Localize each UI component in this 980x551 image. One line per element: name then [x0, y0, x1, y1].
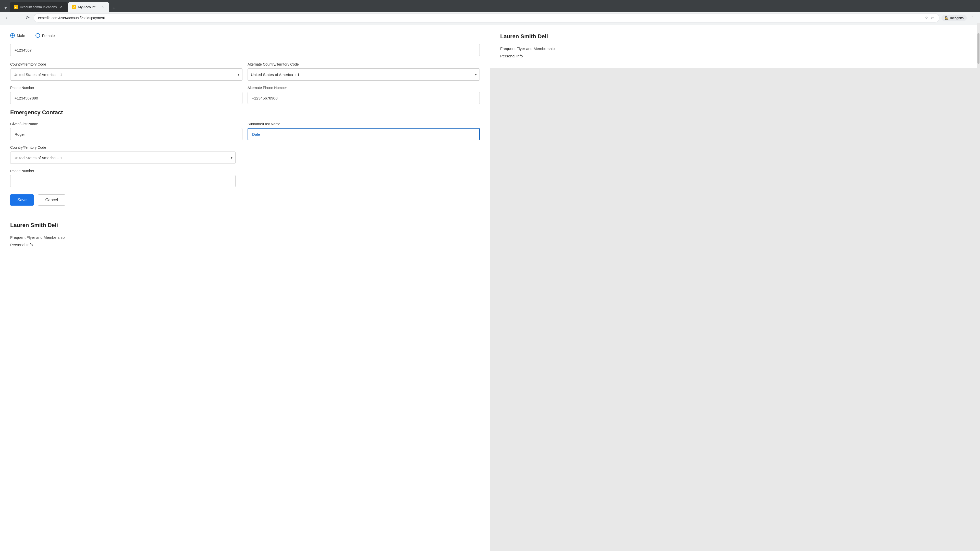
incognito-indicator: 🕵 Incognito: [942, 15, 967, 21]
alt-country-field-group: Alternate Country/Territory Code United …: [248, 62, 480, 81]
incognito-label: Incognito: [950, 16, 964, 20]
save-button[interactable]: Save: [10, 194, 34, 206]
phone-number-label: Phone Number: [10, 86, 242, 90]
surname-input[interactable]: [248, 128, 480, 140]
tab-account-communications[interactable]: Z Account communications ✕: [10, 2, 68, 12]
ec-phone-input[interactable]: [10, 175, 235, 187]
alt-phone-field-group: Alternate Phone Number: [248, 86, 480, 104]
phone-number-input[interactable]: [10, 92, 242, 104]
emergency-contact-heading: Emergency Contact: [10, 109, 480, 116]
name-row: Given/First Name Surname/Last Name: [10, 122, 480, 140]
form-button-row: Save Cancel: [10, 194, 480, 206]
new-tab-button[interactable]: +: [110, 5, 118, 12]
address-url: expedia.com/user/account/?selc=payment: [38, 16, 922, 20]
phone-number-row: Phone Number Alternate Phone Number: [10, 86, 480, 104]
alt-country-select-wrapper: United States of America + 1 ▾: [248, 68, 480, 81]
tab1-favicon: Z: [14, 5, 18, 9]
frequent-flyer-link-left[interactable]: Frequent Flyer and Membership: [10, 233, 480, 241]
frequent-flyer-link-right[interactable]: Frequent Flyer and Membership: [500, 45, 970, 52]
surname-label: Surname/Last Name: [248, 122, 480, 126]
tab2-label: My Account: [78, 5, 98, 9]
right-panel: Lauren Smith Deli Frequent Flyer and Mem…: [490, 25, 980, 551]
forward-button[interactable]: →: [13, 14, 21, 22]
browser-menu-button[interactable]: ⋮: [969, 14, 977, 22]
bottom-card-left-title: Lauren Smith Deli: [10, 222, 480, 229]
bottom-card-right-title: Lauren Smith Deli: [500, 33, 970, 40]
country-select-wrapper: United States of America + 1 ▾: [10, 68, 242, 81]
tab-bar: ▼ Z Account communications ✕ Z My Accoun…: [0, 0, 980, 12]
scrollbar[interactable]: [977, 23, 980, 551]
gender-female-option[interactable]: Female: [35, 33, 55, 38]
reload-button[interactable]: ⟳: [24, 14, 32, 22]
address-bar-row: ← → ⟳ expedia.com/user/account/?selc=pay…: [0, 12, 980, 25]
form-section: Male Female +1234567 Country/Territory C…: [0, 25, 490, 214]
personal-info-link-left[interactable]: Personal Info: [10, 241, 480, 248]
bottom-card-right: Lauren Smith Deli Frequent Flyer and Mem…: [490, 25, 980, 68]
tab1-close-button[interactable]: ✕: [59, 5, 64, 9]
given-name-input[interactable]: [10, 128, 242, 140]
partial-phone-display: +1234567: [10, 44, 480, 56]
alt-phone-number-input[interactable]: [248, 92, 480, 104]
bookmark-icon[interactable]: ☆: [924, 15, 929, 21]
tab2-favicon: Z: [72, 5, 76, 9]
tab2-close-button[interactable]: ✕: [100, 5, 105, 9]
surname-field-group: Surname/Last Name: [248, 122, 480, 140]
bottom-card-left: Lauren Smith Deli Frequent Flyer and Mem…: [0, 214, 490, 257]
ec-country-field-group: Country/Territory Code United States of …: [10, 145, 480, 164]
ec-country-select-wrapper: United States of America + 1 ▾: [10, 151, 235, 164]
browser-menu-icons: 🕵 Incognito ⋮: [942, 14, 977, 22]
ec-phone-field-group: Phone Number: [10, 169, 480, 187]
main-panel: Male Female +1234567 Country/Territory C…: [0, 25, 490, 551]
personal-info-link-right[interactable]: Personal Info: [500, 52, 970, 60]
female-radio-circle[interactable]: [35, 33, 40, 38]
given-name-field-group: Given/First Name: [10, 122, 242, 140]
tab-my-account[interactable]: Z My Account ✕: [68, 2, 109, 12]
alt-phone-number-label: Alternate Phone Number: [248, 86, 480, 90]
phone-field-group: Phone Number: [10, 86, 242, 104]
partial-phone-value: +1234567: [14, 48, 32, 52]
back-button[interactable]: ←: [3, 14, 11, 22]
gender-radio-row: Male Female: [10, 33, 480, 38]
male-radio-circle[interactable]: [10, 33, 15, 38]
alt-country-select[interactable]: United States of America + 1: [248, 68, 480, 81]
page-content: Male Female +1234567 Country/Territory C…: [0, 25, 980, 551]
ec-country-label: Country/Territory Code: [10, 145, 480, 149]
incognito-icon: 🕵: [945, 16, 948, 20]
cancel-button[interactable]: Cancel: [38, 194, 65, 206]
browser-chrome: ▼ Z Account communications ✕ Z My Accoun…: [0, 0, 980, 25]
country-select[interactable]: United States of America + 1: [10, 68, 242, 81]
tab-expand-button[interactable]: ▼: [2, 5, 9, 12]
cast-icon[interactable]: ▭: [930, 15, 935, 21]
country-code-row: Country/Territory Code United States of …: [10, 62, 480, 81]
address-bar-icons: ☆ ▭: [924, 15, 935, 21]
tab1-label: Account communications: [20, 5, 57, 9]
male-label: Male: [17, 33, 25, 38]
female-label: Female: [42, 33, 55, 38]
given-name-label: Given/First Name: [10, 122, 242, 126]
address-bar[interactable]: expedia.com/user/account/?selc=payment ☆…: [34, 13, 939, 22]
country-field-group: Country/Territory Code United States of …: [10, 62, 242, 81]
gender-male-option[interactable]: Male: [10, 33, 25, 38]
scrollbar-thumb[interactable]: [977, 33, 980, 64]
ec-country-select[interactable]: United States of America + 1: [10, 151, 235, 164]
country-code-label: Country/Territory Code: [10, 62, 242, 66]
bottom-sections: Lauren Smith Deli Frequent Flyer and Mem…: [0, 214, 490, 257]
ec-phone-label: Phone Number: [10, 169, 480, 173]
alt-country-code-label: Alternate Country/Territory Code: [248, 62, 480, 66]
